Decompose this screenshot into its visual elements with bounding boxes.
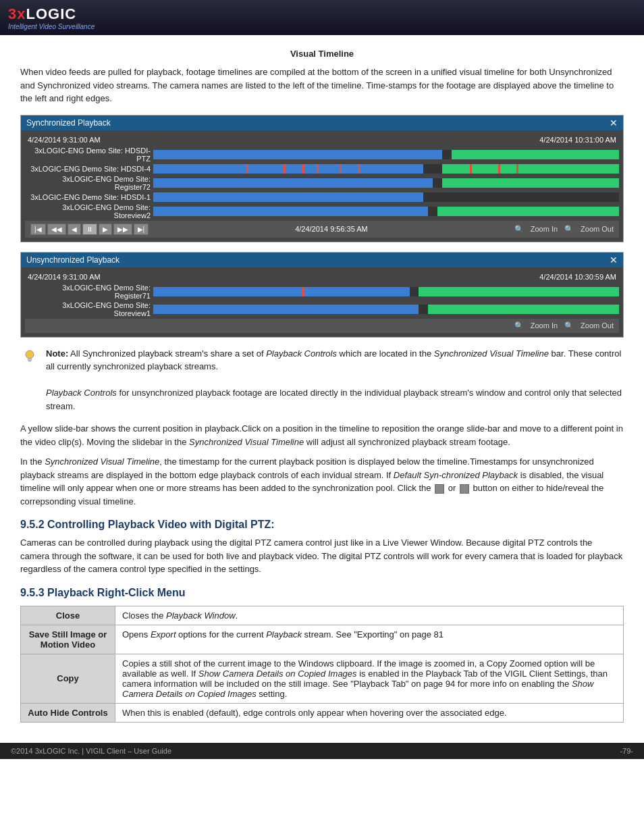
sync-camera-row-3: 3xLOGIC-ENG Demo Site: HDSDI-1 bbox=[25, 192, 619, 202]
note-content: Note: All Synchronized playback stream's… bbox=[46, 347, 624, 413]
svg-point-0 bbox=[26, 350, 34, 359]
unsync-camera-row-1: 3xLOGIC-ENG Demo Site: Storeview1 bbox=[25, 301, 619, 317]
sync-camera-bar-4[interactable] bbox=[153, 207, 619, 216]
unsynced-close-icon[interactable]: ✕ bbox=[610, 255, 618, 265]
sync-camera-label-1: 3xLOGIC-ENG Demo Site: HDSDI-4 bbox=[25, 165, 153, 173]
unsync-time-right: 4/24/2014 10:30:59 AM bbox=[539, 273, 616, 281]
unsynchronized-playback-header: Unsynchronized Playback ✕ bbox=[21, 253, 623, 267]
visual-timeline-title: Visual Timeline bbox=[20, 49, 624, 59]
table-cell-autohide-label: Auto Hide Controls bbox=[21, 703, 115, 722]
lightbulb-icon bbox=[22, 348, 38, 365]
ctrl-prev[interactable]: ◀◀ bbox=[47, 224, 66, 235]
note-line2: Playback Controls for unsynchronized pla… bbox=[46, 388, 622, 411]
note-icon bbox=[20, 347, 39, 374]
table-row-copy: Copy Copies a still shot of the current … bbox=[21, 654, 624, 703]
unsynchronized-playback-inner: 4/24/2014 9:31:00 AM 4/24/2014 10:30:59 … bbox=[21, 267, 623, 337]
ctrl-fwd[interactable]: ▶▶ bbox=[113, 224, 132, 235]
playback-container: Synchronized Playback ✕ 4/24/2014 9:31:0… bbox=[20, 115, 624, 338]
sync-time-left: 4/24/2014 9:31:00 AM bbox=[28, 136, 101, 144]
svg-rect-2 bbox=[28, 361, 31, 362]
sync-timeline-header: 4/24/2014 9:31:00 AM 4/24/2014 10:31:00 … bbox=[25, 134, 619, 145]
section-952-heading: 9.5.2 Controlling Playback Video with Di… bbox=[20, 519, 624, 531]
sync-camera-label-3: 3xLOGIC-ENG Demo Site: HDSDI-1 bbox=[25, 193, 153, 201]
sync-controls-row: |◀ ◀◀ ◀ ⏸ ▶ ▶▶ ▶| 4/24/2014 9:56:35 AM 🔍… bbox=[25, 221, 619, 238]
sync-camera-label-2: 3xLOGIC-ENG Demo Site: Register72 bbox=[25, 175, 153, 191]
unsync-zoom-in-label[interactable]: Zoom In bbox=[531, 321, 558, 330]
sync-camera-bar-0[interactable] bbox=[153, 150, 619, 159]
unsync-zoom-out-icon[interactable]: 🔍 bbox=[564, 321, 574, 330]
unsync-camera-bar-1[interactable] bbox=[153, 305, 619, 314]
footer: ©2014 3xLOGIC Inc. | VIGIL Client – User… bbox=[0, 743, 644, 759]
reveal-button-icon[interactable] bbox=[460, 484, 469, 494]
sync-camera-row-0: 3xLOGIC-ENG Demo Site: HDSDI-PTZ bbox=[25, 147, 619, 163]
sync-camera-bar-3[interactable] bbox=[153, 192, 619, 202]
ctrl-prev-end[interactable]: |◀ bbox=[30, 224, 46, 235]
ctrl-step-fwd[interactable]: ▶ bbox=[99, 224, 112, 235]
unsync-camera-bar-0[interactable] bbox=[153, 287, 619, 296]
unsync-camera-label-1: 3xLOGIC-ENG Demo Site: Storeview1 bbox=[25, 301, 153, 317]
sync-zoom-out-label[interactable]: Zoom Out bbox=[581, 225, 614, 233]
unsync-timeline-header: 4/24/2014 9:31:00 AM 4/24/2014 10:30:59 … bbox=[25, 271, 619, 282]
sync-timestamp: 4/24/2014 9:56:35 AM bbox=[295, 225, 368, 233]
sync-camera-row-2: 3xLOGIC-ENG Demo Site: Register72 bbox=[25, 175, 619, 191]
header: 3xLOGIC Intelligent Video Surveillance bbox=[0, 0, 644, 35]
footer-left: ©2014 3xLOGIC Inc. | VIGIL Client – User… bbox=[11, 747, 171, 755]
sync-zoom-in-label[interactable]: Zoom In bbox=[531, 225, 558, 233]
sync-ctrl-buttons: |◀ ◀◀ ◀ ⏸ ▶ ▶▶ ▶| bbox=[30, 224, 149, 235]
unsync-camera-label-0: 3xLOGIC-ENG Demo Site: Register71 bbox=[25, 284, 153, 300]
close-icon[interactable]: ✕ bbox=[610, 118, 618, 128]
sync-zoom-controls: 🔍 Zoom In 🔍 Zoom Out bbox=[514, 225, 614, 234]
unsync-camera-row-0: 3xLOGIC-ENG Demo Site: Register71 bbox=[25, 284, 619, 300]
synchronized-playback-box: Synchronized Playback ✕ 4/24/2014 9:31:0… bbox=[20, 115, 624, 242]
footer-right: -79- bbox=[620, 747, 633, 755]
ctrl-next-end[interactable]: ▶| bbox=[134, 224, 149, 235]
ctrl-step-back[interactable]: ◀ bbox=[68, 224, 81, 235]
sync-camera-row-1: 3xLOGIC-ENG Demo Site: HDSDI-4 bbox=[25, 164, 619, 174]
synchronized-playback-inner: 4/24/2014 9:31:00 AM 4/24/2014 10:31:00 … bbox=[21, 130, 623, 242]
unsync-time-left: 4/24/2014 9:31:00 AM bbox=[28, 273, 101, 281]
table-row-autohide: Auto Hide Controls When this is enabled … bbox=[21, 703, 624, 722]
table-cell-autohide-desc: When this is enabled (default), edge con… bbox=[115, 703, 624, 722]
table-cell-save-desc: Opens Export options for the current Pla… bbox=[115, 625, 624, 654]
table-cell-close-label: Close bbox=[21, 606, 115, 625]
table-row-save: Save Still Image or Motion Video Opens E… bbox=[21, 625, 624, 654]
unsync-zoom-controls: 🔍 Zoom In 🔍 Zoom Out bbox=[514, 321, 614, 330]
note-label: Note: All Synchronized playback stream's… bbox=[46, 348, 621, 372]
svg-rect-1 bbox=[28, 359, 32, 361]
table-cell-close-desc: Closes the Playback Window. bbox=[115, 606, 624, 625]
table-cell-copy-label: Copy bbox=[21, 654, 115, 703]
para3: In the Synchronized Visual Timeline, the… bbox=[20, 455, 624, 508]
logo: 3xLOGIC Intelligent Video Surveillance bbox=[8, 5, 95, 30]
logo-text: 3xLOGIC bbox=[8, 5, 95, 23]
synchronized-playback-label: Synchronized Playback bbox=[26, 118, 111, 128]
unsync-zoom-out-label[interactable]: Zoom Out bbox=[581, 321, 614, 330]
main-content: Visual Timeline When video feeds are pul… bbox=[0, 35, 644, 736]
sync-camera-bar-2[interactable] bbox=[153, 178, 619, 188]
visual-timeline-para1: When video feeds are pulled for playback… bbox=[20, 66, 624, 105]
para2: A yellow slide-bar shows the current pos… bbox=[20, 422, 624, 448]
ctrl-pause[interactable]: ⏸ bbox=[82, 224, 97, 235]
unsync-controls-row: 🔍 Zoom In 🔍 Zoom Out bbox=[25, 319, 619, 333]
table-row-close: Close Closes the Playback Window. bbox=[21, 606, 624, 625]
logo-logic: LOGIC bbox=[26, 5, 76, 22]
hide-button-icon[interactable] bbox=[435, 484, 444, 494]
logo-3x: 3x bbox=[8, 5, 26, 22]
sync-camera-row-4: 3xLOGIC-ENG Demo Site: Storeview2 bbox=[25, 203, 619, 219]
sync-camera-label-4: 3xLOGIC-ENG Demo Site: Storeview2 bbox=[25, 203, 153, 219]
unsynchronized-playback-box: Unsynchronized Playback ✕ 4/24/2014 9:31… bbox=[20, 252, 624, 338]
unsync-zoom-in-icon[interactable]: 🔍 bbox=[514, 321, 524, 330]
sync-time-right: 4/24/2014 10:31:00 AM bbox=[539, 136, 616, 144]
right-click-menu-table: Close Closes the Playback Window. Save S… bbox=[20, 606, 624, 723]
sync-camera-bar-1[interactable] bbox=[153, 164, 619, 174]
synchronized-playback-header: Synchronized Playback ✕ bbox=[21, 115, 623, 130]
sync-camera-label-0: 3xLOGIC-ENG Demo Site: HDSDI-PTZ bbox=[25, 147, 153, 163]
section-953-heading: 9.5.3 Playback Right-Click Menu bbox=[20, 587, 624, 599]
sync-zoom-in-icon[interactable]: 🔍 bbox=[514, 225, 524, 234]
section-952-para: Cameras can be controlled during playbac… bbox=[20, 536, 624, 576]
table-cell-save-label: Save Still Image or Motion Video bbox=[21, 625, 115, 654]
unsynchronized-playback-label: Unsynchronized Playback bbox=[26, 255, 119, 265]
sync-zoom-out-icon[interactable]: 🔍 bbox=[564, 225, 574, 234]
table-cell-copy-desc: Copies a still shot of the current image… bbox=[115, 654, 624, 703]
note-box: Note: All Synchronized playback stream's… bbox=[20, 347, 624, 413]
logo-tagline: Intelligent Video Surveillance bbox=[8, 23, 95, 30]
